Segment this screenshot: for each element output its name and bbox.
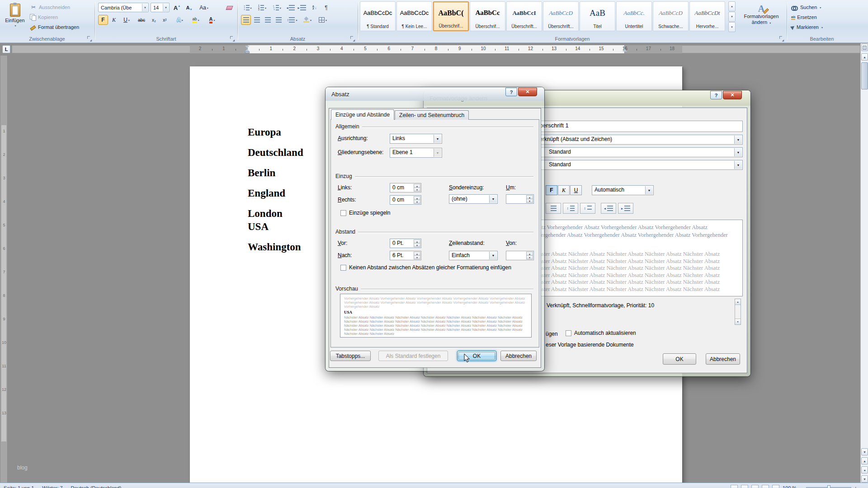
close-button[interactable]: ✕: [723, 91, 742, 99]
style-gallery-item[interactable]: AaBbCcDÜberschrift...: [543, 1, 579, 31]
indent-right-spinner[interactable]: 0 cm▲▼: [390, 195, 421, 205]
vertical-scrollbar[interactable]: ▲ ▼ ▲ ● ▼: [860, 43, 868, 488]
document-heading[interactable]: USA: [248, 221, 303, 233]
copy-button[interactable]: Kopieren: [30, 13, 58, 22]
special-indent-select[interactable]: (ohne)▼: [449, 194, 498, 204]
spinner-arrows[interactable]: ▲▼: [414, 252, 420, 259]
scroll-up-button[interactable]: ▲: [861, 53, 868, 61]
format-painter-button[interactable]: Format übertragen: [30, 23, 79, 32]
tab-indents-spacing[interactable]: Einzüge und Abstände: [331, 109, 394, 120]
next-page-button[interactable]: ▼: [861, 475, 868, 483]
cut-button[interactable]: ✂Ausschneiden: [30, 3, 70, 12]
justify-button[interactable]: [274, 15, 283, 25]
ok-button[interactable]: OK: [457, 351, 496, 361]
superscript-button[interactable]: x²: [160, 15, 170, 25]
mirror-indents-checkbox[interactable]: Einzüge spiegeln: [340, 210, 390, 216]
spacing-before-spinner[interactable]: 0 Pt.▲▼: [390, 239, 421, 248]
align-button[interactable]: [546, 203, 561, 214]
style-gallery-item[interactable]: AaBbC(Überschrif...: [433, 1, 469, 31]
style-gallery-item[interactable]: AaBbCc.Untertitel: [616, 1, 652, 31]
ruler-toggle-button[interactable]: [861, 44, 868, 51]
document-heading[interactable]: England: [248, 187, 303, 200]
view-fullscreen-button[interactable]: [741, 485, 748, 488]
select-button[interactable]: Markieren▾: [791, 23, 823, 32]
select-browse-object-button[interactable]: ●: [861, 466, 868, 474]
shading-button[interactable]: ▾: [301, 15, 314, 25]
styles-dialog-launcher-icon[interactable]: [778, 35, 784, 41]
indent-left-spinner[interactable]: 0 cm▲▼: [390, 183, 421, 192]
multilevel-list-button[interactable]: • • •▾: [270, 3, 283, 13]
paste-button[interactable]: Einfügen ▾: [2, 1, 28, 33]
clear-formatting-button[interactable]: [224, 3, 235, 13]
outline-level-select[interactable]: Ebene 1▼: [390, 148, 442, 158]
document-heading[interactable]: Europa: [248, 126, 303, 139]
style-gallery-item[interactable]: AaBTitel: [580, 1, 615, 31]
line-spacing-button[interactable]: ↕▾: [285, 15, 299, 25]
spinner-arrows[interactable]: ▲▼: [526, 195, 533, 203]
document-heading[interactable]: Berlin: [248, 167, 303, 179]
align-left-button[interactable]: [241, 15, 251, 25]
set-default-button[interactable]: Als Standard festlegen: [378, 351, 448, 361]
subscript-button[interactable]: x₂: [149, 15, 159, 25]
indent-increase-button[interactable]: ▸: [618, 203, 633, 214]
cancel-button[interactable]: Abbrechen: [706, 353, 740, 365]
underline-button[interactable]: U▾: [120, 15, 133, 25]
vertical-ruler[interactable]: 12345678910111213: [0, 56, 8, 483]
font-color-select[interactable]: Automatisch▼: [592, 185, 654, 195]
bold-toggle[interactable]: F: [546, 185, 557, 195]
view-outline-button[interactable]: [762, 485, 769, 488]
scrollbar-thumb[interactable]: [861, 62, 868, 89]
page-indicator[interactable]: Seite: 1 von 1: [4, 485, 34, 488]
style-name-field[interactable]: Überschrift 1: [520, 121, 743, 132]
bullets-button[interactable]: •••▾: [241, 3, 255, 13]
spinner-arrows[interactable]: ▲▼: [414, 239, 420, 247]
style-gallery-item[interactable]: AaBbCcDc¶ Kein Lee...: [396, 1, 432, 31]
previous-page-button[interactable]: ▲: [861, 457, 868, 465]
tab-stops-button[interactable]: Tabstopps...: [330, 351, 371, 361]
decrease-indent-button[interactable]: ◂: [285, 3, 296, 13]
auto-update-checkbox[interactable]: Automatisch aktualisieren: [566, 330, 636, 336]
help-button[interactable]: ?: [505, 88, 517, 96]
horizontal-ruler[interactable]: 12123456789101112131415161718: [0, 45, 860, 53]
language-indicator[interactable]: Deutsch (Deutschland): [71, 485, 122, 488]
indent-decrease-button[interactable]: ◂: [601, 203, 616, 214]
shrink-font-button[interactable]: A▼: [184, 3, 195, 13]
zoom-out-button[interactable]: −: [800, 485, 802, 488]
spinner-arrows[interactable]: ▲▼: [414, 196, 420, 204]
gallery-scroll-up-button[interactable]: ▲: [728, 1, 736, 11]
help-button[interactable]: ?: [710, 91, 722, 99]
line-spacing-select[interactable]: Einfach▼: [449, 251, 498, 260]
style-gallery-item[interactable]: AaBbCcDtHervorhe...: [689, 1, 725, 31]
change-styles-button[interactable]: A Formatvorlagen ändern ▾: [740, 1, 783, 32]
gallery-scroll-down-button[interactable]: ▼: [728, 12, 736, 22]
first-line-indent-marker[interactable]: [245, 46, 250, 48]
no-space-checkbox[interactable]: Keinen Abstand zwischen Absätzen gleiche…: [340, 264, 511, 271]
right-indent-marker[interactable]: [623, 49, 627, 52]
tab-line-page-breaks[interactable]: Zeilen- und Seitenumbruch: [395, 110, 469, 120]
paragraph-dialog-launcher-icon[interactable]: [349, 35, 355, 41]
sort-button[interactable]: AZ↓: [309, 3, 321, 13]
strikethrough-button[interactable]: abc: [135, 15, 148, 25]
borders-button[interactable]: ▾: [316, 15, 330, 25]
highlight-button[interactable]: ab▾: [189, 15, 203, 25]
bold-button[interactable]: F: [98, 15, 108, 25]
document-heading[interactable]: Deutschland: [248, 146, 303, 159]
spinner-arrows[interactable]: ▲▼: [414, 184, 420, 192]
left-indent-marker[interactable]: [245, 52, 250, 53]
style-gallery-item[interactable]: AaBbCcIÜberschrift...: [506, 1, 542, 31]
spacing-increase-button[interactable]: ↕: [580, 203, 595, 214]
cancel-button[interactable]: Abbrechen: [500, 351, 537, 361]
style-next-select[interactable]: Standard▼: [520, 160, 743, 170]
zoom-in-button[interactable]: +: [854, 485, 857, 488]
find-button[interactable]: Suchen▾: [791, 3, 821, 12]
align-center-button[interactable]: [252, 15, 262, 25]
font-dialog-launcher-icon[interactable]: [229, 35, 235, 41]
font-size-combo[interactable]: 14▼: [151, 3, 170, 12]
spacing-at-spinner[interactable]: ▲▼: [506, 251, 534, 260]
text-effects-button[interactable]: A▾: [173, 15, 187, 25]
numbering-button[interactable]: 123▾: [255, 3, 269, 13]
align-right-button[interactable]: [263, 15, 273, 25]
tab-stop-selector[interactable]: L: [2, 45, 10, 53]
zoom-level[interactable]: 100 %: [783, 485, 797, 488]
view-draft-button[interactable]: [772, 485, 779, 488]
